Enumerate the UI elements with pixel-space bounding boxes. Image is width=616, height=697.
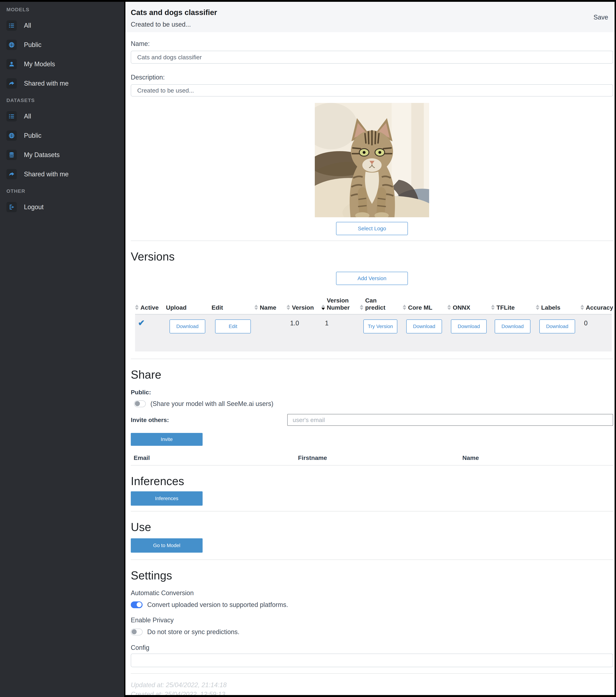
inferences-heading: Inferences (131, 475, 613, 488)
sidebar-item-datasets-shared[interactable]: Shared with me (6, 169, 124, 179)
column-header-active[interactable]: Active (135, 297, 166, 314)
invite-button[interactable]: Invite (131, 433, 202, 446)
page-header: Cats and dogs classifier Created to be u… (125, 2, 615, 32)
share-heading: Share (131, 368, 613, 381)
sidebar-item-label: Shared with me (24, 80, 69, 87)
logout-icon (6, 202, 17, 212)
accuracy-cell: 0 (581, 315, 612, 352)
column-header-tflite[interactable]: TFLite (491, 297, 536, 314)
sidebar-item-logout[interactable]: Logout (6, 202, 124, 212)
public-label: Public: (131, 389, 613, 396)
share-arrow-icon (6, 169, 17, 179)
auto-conversion-toggle[interactable] (131, 602, 142, 608)
database-icon (6, 150, 17, 160)
tflite-download-button[interactable]: Download (495, 320, 530, 333)
version-name-cell (254, 315, 287, 352)
app-window: MODELS All Public My Models (0, 0, 616, 697)
updated-at-text: Updated at: 25/04/2022, 21:14:18 (131, 681, 613, 689)
toggle-knob (137, 602, 142, 607)
auto-conversion-hint: Convert uploaded version to supported pl… (147, 601, 288, 609)
upload-download-button[interactable]: Download (169, 320, 205, 333)
sidebar-item-models-public[interactable]: Public (6, 40, 124, 50)
sidebar-item-label: Shared with me (24, 170, 69, 178)
auto-conversion-label: Automatic Conversion (131, 589, 613, 597)
invite-row: Invite others: (131, 414, 613, 426)
sidebar-item-my-datasets[interactable]: My Datasets (6, 150, 124, 160)
column-header-labels[interactable]: Labels (536, 297, 581, 314)
config-input[interactable] (131, 654, 613, 667)
sidebar-item-models-shared[interactable]: Shared with me (6, 78, 124, 89)
settings-heading: Settings (131, 569, 613, 582)
versions-heading: Versions (131, 250, 613, 263)
globe-icon (6, 40, 17, 50)
core-ml-download-button[interactable]: Download (406, 320, 442, 333)
column-header-name[interactable]: Name (254, 297, 287, 314)
versions-table: Active Upload Edit Name Version (135, 297, 612, 352)
labels-download-button[interactable]: Download (539, 320, 575, 333)
public-hint: (Share your model with all SeeMe.ai user… (150, 400, 273, 407)
share-column-name: Name (462, 454, 613, 464)
sort-icon (581, 305, 584, 311)
save-button[interactable]: Save (594, 14, 608, 21)
column-header-core-ml[interactable]: Core ML (403, 297, 447, 314)
column-header-onnx[interactable]: ONNX (447, 297, 491, 314)
config-label: Config (131, 644, 613, 651)
description-input[interactable] (131, 84, 613, 97)
versions-table-header: Active Upload Edit Name Version (135, 297, 612, 314)
try-version-button[interactable]: Try Version (363, 320, 397, 333)
spacer (131, 352, 613, 359)
go-to-model-button[interactable]: Go to Model (131, 538, 202, 553)
sort-icon (447, 305, 451, 311)
divider (131, 673, 613, 674)
sort-icon (360, 305, 363, 311)
privacy-toggle[interactable] (131, 628, 142, 635)
column-header-can-predict[interactable]: Can predict (360, 297, 403, 314)
sidebar: MODELS All Public My Models (0, 2, 124, 697)
public-toggle[interactable] (134, 400, 146, 407)
model-detail-body: Name: Description: (125, 32, 615, 695)
active-check-icon: ✔ (135, 315, 166, 352)
version-cell: 1.0 (287, 315, 321, 352)
sort-icon (287, 305, 290, 311)
column-header-version-number[interactable]: Version Number (321, 297, 360, 314)
enable-privacy-label: Enable Privacy (131, 617, 613, 624)
inferences-button[interactable]: Inferences (131, 491, 202, 506)
onnx-download-button[interactable]: Download (451, 320, 487, 333)
created-at-text: Created at: 25/04/2022, 12:59:13 (131, 691, 613, 695)
share-arrow-icon (6, 78, 17, 89)
column-header-version[interactable]: Version (287, 297, 321, 314)
sidebar-item-label: My Datasets (24, 151, 60, 159)
globe-icon (6, 130, 17, 141)
sidebar-item-label: My Models (24, 60, 55, 68)
share-column-email: Email (134, 454, 298, 464)
sidebar-item-my-models[interactable]: My Models (6, 59, 124, 69)
column-header-accuracy[interactable]: Accuracy (581, 297, 613, 314)
sidebar-section-datasets: DATASETS All Public My Datasets (6, 98, 124, 179)
sidebar-section-label: DATASETS (6, 98, 124, 103)
sidebar-item-label: All (24, 22, 31, 29)
sort-icon (491, 305, 495, 311)
auto-conversion-toggle-row: Convert uploaded version to supported pl… (131, 601, 613, 609)
sidebar-item-label: All (24, 113, 31, 120)
sidebar-item-label: Public (24, 41, 42, 49)
invite-email-input[interactable] (287, 414, 613, 426)
sort-icon (536, 305, 539, 311)
add-version-button[interactable]: Add Version (336, 272, 408, 285)
divider (131, 465, 613, 465)
sidebar-item-models-all[interactable]: All (6, 20, 124, 31)
page-subtitle: Created to be used... (131, 21, 608, 28)
sidebar-section-models: MODELS All Public My Models (6, 7, 124, 89)
invite-others-label: Invite others: (131, 416, 169, 424)
sidebar-item-label: Logout (24, 203, 44, 211)
list-icon (6, 20, 17, 31)
sidebar-item-datasets-all[interactable]: All (6, 111, 124, 121)
share-table-header: Email Firstname Name (131, 454, 613, 464)
list-icon (6, 111, 17, 121)
divider (131, 240, 613, 241)
name-input[interactable] (131, 51, 613, 64)
edit-version-button[interactable]: Edit (215, 320, 251, 333)
version-table-row: ✔ Download Edit 1.0 1 Try Version Downlo… (135, 314, 612, 352)
select-logo-button[interactable]: Select Logo (336, 222, 408, 235)
privacy-hint: Do not store or sync predictions. (147, 628, 239, 636)
sidebar-item-datasets-public[interactable]: Public (6, 130, 124, 141)
